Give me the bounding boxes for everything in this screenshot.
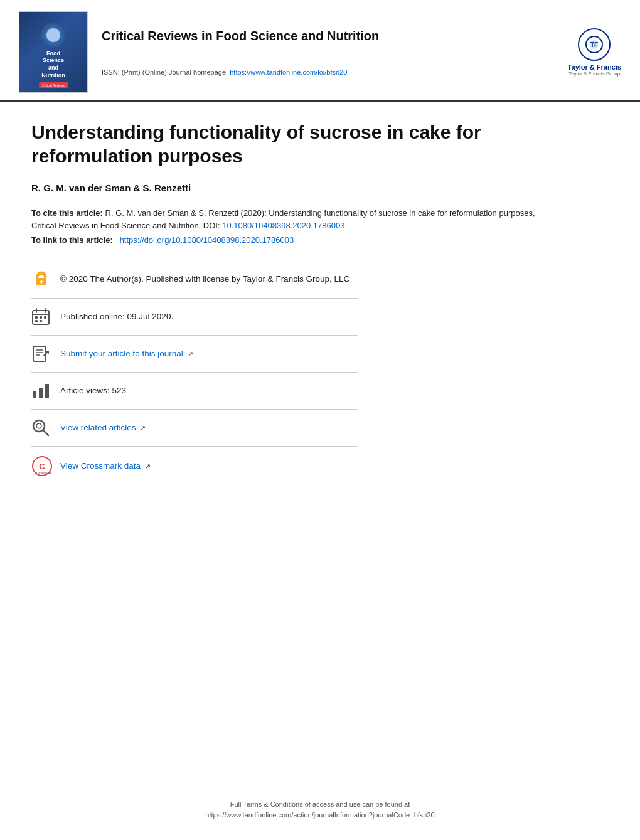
journal-cover: FoodScienceandNutrition Critical Reviews bbox=[19, 11, 88, 93]
footer-terms-link[interactable]: https://www.tandfonline.com/action/journ… bbox=[205, 811, 434, 819]
crossmark-link[interactable]: View Crossmark data bbox=[60, 461, 141, 471]
crossmark-icon-wrap: C CrossMark bbox=[31, 455, 60, 477]
link-block: To link to this article: https://doi.org… bbox=[31, 235, 609, 245]
main-content: Understanding functionality of sucrose i… bbox=[0, 102, 640, 511]
open-access-icon-wrap bbox=[31, 269, 60, 289]
page-header: FoodScienceandNutrition Critical Reviews… bbox=[0, 0, 640, 102]
article-views-row: Article views: 523 bbox=[31, 372, 358, 409]
svg-rect-10 bbox=[35, 316, 38, 319]
search-related-icon-wrap bbox=[31, 418, 60, 437]
open-access-text: © 2020 The Author(s). Published with lic… bbox=[60, 274, 349, 285]
issn-label: ISSN: (Print) (Online) Journal homepage: bbox=[102, 68, 228, 76]
calendar-icon-wrap bbox=[31, 307, 60, 326]
svg-point-25 bbox=[37, 424, 38, 425]
footer-line1: Full Terms & Conditions of access and us… bbox=[0, 799, 640, 811]
cover-badge: Critical Reviews bbox=[39, 82, 68, 88]
related-articles-row: View related articles ↗ bbox=[31, 409, 358, 446]
svg-text:TF: TF bbox=[590, 41, 598, 48]
svg-rect-20 bbox=[39, 388, 43, 398]
open-access-row: © 2020 The Author(s). Published with lic… bbox=[31, 260, 358, 298]
related-articles-link[interactable]: View related articles bbox=[60, 423, 136, 432]
tf-logo-svg: TF bbox=[585, 35, 604, 54]
submit-article-row: Submit your article to this journal ↗ bbox=[31, 335, 358, 372]
chart-icon bbox=[31, 381, 50, 400]
svg-rect-13 bbox=[35, 320, 38, 322]
published-date-text: Published online: 09 Jul 2020. bbox=[60, 311, 173, 323]
svg-point-24 bbox=[36, 423, 41, 428]
cite-doi-link[interactable]: 10.1080/10408398.2020.1786003 bbox=[222, 221, 344, 230]
tf-logo: TF Taylor & Francis Taylor & Francis Gro… bbox=[568, 28, 621, 77]
svg-rect-11 bbox=[40, 316, 42, 319]
crossmark-icon: C CrossMark bbox=[31, 455, 53, 477]
crossmark-ext-icon: ↗ bbox=[145, 462, 151, 470]
cite-label: To cite this article: bbox=[31, 208, 103, 218]
svg-rect-19 bbox=[33, 391, 36, 398]
search-related-icon bbox=[31, 418, 50, 437]
submit-icon-wrap bbox=[31, 344, 60, 363]
submit-article-link[interactable]: Submit your article to this journal bbox=[60, 349, 183, 358]
svg-line-23 bbox=[43, 430, 48, 435]
submit-icon bbox=[31, 344, 50, 363]
tf-logo-circle: TF bbox=[578, 28, 611, 61]
submit-article-text[interactable]: Submit your article to this journal ↗ bbox=[60, 348, 193, 360]
issn-line: ISSN: (Print) (Online) Journal homepage:… bbox=[102, 68, 555, 76]
submit-ext-icon: ↗ bbox=[188, 350, 193, 358]
svg-rect-15 bbox=[33, 346, 46, 361]
journal-homepage-link[interactable]: https://www.tandfonline.com/loi/bfsn20 bbox=[230, 68, 347, 76]
svg-text:CrossMark: CrossMark bbox=[36, 471, 52, 475]
authors: R. G. M. van der Sman & S. Renzetti bbox=[31, 183, 609, 193]
tf-brand-name: Taylor & Francis bbox=[568, 63, 621, 71]
svg-rect-12 bbox=[44, 316, 46, 319]
cover-title: FoodScienceandNutrition bbox=[41, 50, 65, 80]
link-label: To link to this article: bbox=[31, 235, 113, 245]
tf-brand-sub: Taylor & Francis Group bbox=[568, 71, 620, 77]
svg-rect-14 bbox=[40, 320, 42, 322]
cover-icon bbox=[41, 23, 66, 48]
open-access-icon bbox=[31, 269, 51, 289]
cite-block: To cite this article: R. G. M. van der S… bbox=[31, 207, 546, 231]
crossmark-text[interactable]: View Crossmark data ↗ bbox=[60, 460, 151, 472]
header-center: Critical Reviews in Food Science and Nut… bbox=[102, 29, 555, 76]
crossmark-row: C CrossMark View Crossmark data ↗ bbox=[31, 446, 358, 486]
svg-rect-21 bbox=[45, 384, 49, 398]
journal-title: Critical Reviews in Food Science and Nut… bbox=[102, 29, 555, 43]
published-date-row: Published online: 09 Jul 2020. bbox=[31, 298, 358, 335]
related-articles-text[interactable]: View related articles ↗ bbox=[60, 422, 146, 434]
page-footer: Full Terms & Conditions of access and us… bbox=[0, 799, 640, 821]
article-views-text: Article views: 523 bbox=[60, 385, 126, 397]
article-doi-link[interactable]: https://doi.org/10.1080/10408398.2020.17… bbox=[120, 235, 294, 245]
related-ext-icon: ↗ bbox=[140, 424, 146, 432]
calendar-icon bbox=[31, 307, 50, 326]
svg-text:C: C bbox=[39, 462, 45, 471]
chart-icon-wrap bbox=[31, 381, 60, 400]
article-title: Understanding functionality of sucrose i… bbox=[31, 120, 546, 167]
info-rows: © 2020 The Author(s). Published with lic… bbox=[31, 260, 358, 486]
